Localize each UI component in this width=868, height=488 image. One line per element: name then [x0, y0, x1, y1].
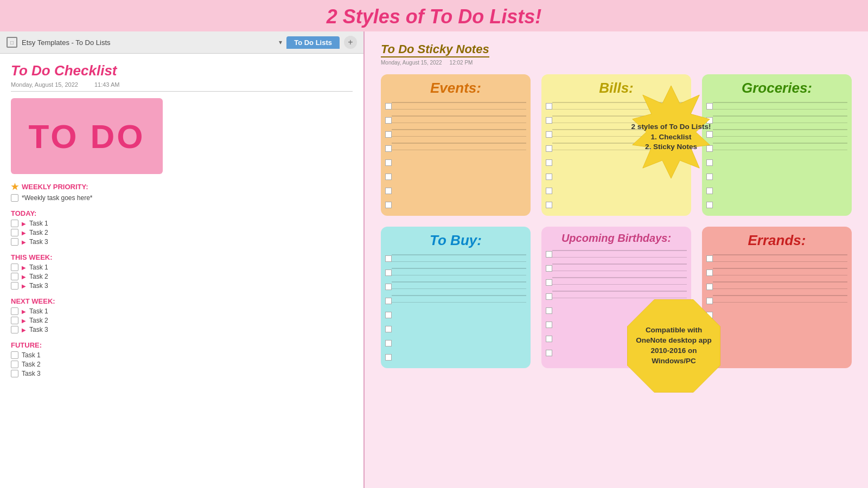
- weekly-task-checkbox[interactable]: [11, 194, 18, 202]
- sticky-note-birthdays-title: Upcoming Birthdays:: [546, 232, 687, 245]
- birthdays-cb-1[interactable]: [546, 251, 552, 258]
- future-task-1-checkbox[interactable]: [11, 351, 18, 359]
- next-week-task-2-checkbox[interactable]: [11, 317, 18, 324]
- today-task-3-text: Task 3: [29, 238, 48, 246]
- events-checkboxes: [385, 100, 392, 210]
- bills-cb-8[interactable]: [546, 202, 552, 208]
- bills-cb-2[interactable]: [546, 117, 552, 124]
- browser-window-title: Etsy Templates - To Do Lists: [22, 38, 275, 47]
- starburst-text: 2 styles of To Do Lists! 1. Checklist 2.…: [621, 111, 722, 164]
- today-task-3: ▶ Task 3: [11, 238, 353, 246]
- bills-cb-5[interactable]: [546, 159, 552, 166]
- birthdays-cb-7[interactable]: [546, 336, 552, 342]
- bills-cb-6[interactable]: [546, 174, 552, 180]
- tobuy-cb-3[interactable]: [385, 284, 392, 290]
- bills-checkboxes: [546, 100, 552, 210]
- top-banner: 2 Styles of To Do Lists!: [0, 0, 868, 31]
- this-week-task-2-text: Task 2: [29, 273, 48, 280]
- tobuy-cb-1[interactable]: [385, 255, 392, 262]
- today-task-3-checkbox[interactable]: [11, 238, 18, 246]
- future-task-3-checkbox[interactable]: [11, 370, 18, 377]
- events-cb-8[interactable]: [385, 202, 392, 208]
- today-task-1-text: Task 1: [29, 220, 48, 227]
- tobuy-cb-6[interactable]: [385, 326, 392, 332]
- bills-cb-4[interactable]: [546, 145, 552, 152]
- today-task-2-checkbox[interactable]: [11, 229, 18, 236]
- future-task-1-text: Task 1: [22, 351, 41, 359]
- arrow-icon: ▶: [22, 309, 26, 314]
- today-task-1: ▶ Task 1: [11, 220, 353, 227]
- next-week-task-3-checkbox[interactable]: [11, 326, 18, 333]
- bills-cb-3[interactable]: [546, 131, 552, 138]
- checklist-date: Monday, August 15, 2022: [11, 81, 78, 88]
- birthdays-cb-6[interactable]: [546, 322, 552, 328]
- this-week-task-2-checkbox[interactable]: [11, 273, 18, 280]
- weekly-priority-header: ★ WEEKLY PRIORITY:: [11, 182, 353, 192]
- this-week-task-2: ▶ Task 2: [11, 273, 353, 280]
- next-week-task-1: ▶ Task 1: [11, 307, 353, 315]
- tobuy-cb-4[interactable]: [385, 298, 392, 304]
- sticky-notes-date: Monday, August 15, 2022 12:02 PM: [381, 60, 852, 66]
- sticky-notes-grid: Events:: [381, 74, 852, 368]
- tobuy-cb-7[interactable]: [385, 340, 392, 346]
- events-cb-7[interactable]: [385, 188, 392, 194]
- next-week-task-3: ▶ Task 3: [11, 326, 353, 333]
- birthdays-cb-8[interactable]: [546, 350, 552, 356]
- today-task-1-checkbox[interactable]: [11, 220, 18, 227]
- add-tab-button[interactable]: +: [344, 36, 357, 49]
- checklist-time: 11:43 AM: [94, 81, 119, 88]
- arrow-icon: ▶: [22, 283, 26, 289]
- this-week-header: THIS WEEK:: [11, 253, 353, 261]
- future-task-3: Task 3: [11, 370, 353, 377]
- events-cb-6[interactable]: [385, 174, 392, 180]
- events-cb-3[interactable]: [385, 131, 392, 138]
- birthdays-cb-5[interactable]: [546, 307, 552, 314]
- sticky-note-errands: Errands:: [702, 227, 852, 368]
- next-week-task-3-text: Task 3: [29, 326, 48, 333]
- tobuy-cb-5[interactable]: [385, 312, 392, 318]
- events-cb-1[interactable]: [385, 103, 392, 110]
- future-section: FUTURE: Task 1 Task 2 Task 3: [11, 341, 353, 377]
- errands-cb-2[interactable]: [706, 269, 713, 276]
- sticky-note-events-title: Events:: [385, 80, 526, 97]
- sticky-date: Monday, August 15, 2022: [381, 60, 442, 66]
- sticky-note-tobuy-title: To Buy:: [385, 232, 526, 249]
- arrow-icon: ▶: [22, 318, 26, 324]
- left-panel: □ Etsy Templates - To Do Lists ▾ To Do L…: [0, 31, 363, 488]
- future-task-1: Task 1: [11, 351, 353, 359]
- this-week-task-1-checkbox[interactable]: [11, 264, 18, 271]
- future-task-2-text: Task 2: [22, 361, 41, 368]
- birthdays-cb-3[interactable]: [546, 279, 552, 286]
- arrow-icon: ▶: [22, 230, 26, 236]
- sticky-note-tobuy: To Buy:: [381, 227, 531, 368]
- future-header: FUTURE:: [11, 341, 353, 349]
- future-task-2-checkbox[interactable]: [11, 361, 18, 368]
- bills-cb-7[interactable]: [546, 188, 552, 194]
- today-task-2: ▶ Task 2: [11, 229, 353, 236]
- sticky-notes-title: To Do Sticky Notes: [381, 42, 489, 57]
- tobuy-cb-8[interactable]: [385, 354, 392, 361]
- birthdays-cb-2[interactable]: [546, 265, 552, 272]
- events-cb-2[interactable]: [385, 117, 392, 124]
- today-header: TODAY:: [11, 209, 353, 217]
- this-week-section: THIS WEEK: ▶ Task 1 ▶ Task 2 ▶ Task 3: [11, 253, 353, 290]
- next-week-task-1-checkbox[interactable]: [11, 307, 18, 315]
- octagon-callout: Compatible with OneNote desktop app 2010…: [625, 297, 723, 395]
- groceries-cb-8[interactable]: [706, 202, 713, 208]
- dropdown-arrow-icon[interactable]: ▾: [279, 38, 282, 46]
- events-cb-5[interactable]: [385, 159, 392, 166]
- checklist-title: To Do Checklist: [11, 62, 353, 79]
- events-cb-4[interactable]: [385, 145, 392, 152]
- birthdays-cb-4[interactable]: [546, 293, 552, 300]
- errands-cb-3[interactable]: [706, 284, 713, 290]
- bills-cb-1[interactable]: [546, 103, 552, 110]
- this-week-task-3: ▶ Task 3: [11, 282, 353, 290]
- errands-cb-1[interactable]: [706, 255, 713, 262]
- todo-hero-text: TO DO: [28, 117, 145, 156]
- arrow-icon: ▶: [22, 327, 26, 333]
- tobuy-cb-2[interactable]: [385, 269, 392, 276]
- next-week-task-2: ▶ Task 2: [11, 317, 353, 324]
- this-week-task-3-checkbox[interactable]: [11, 282, 18, 290]
- active-tab[interactable]: To Do Lists: [286, 36, 340, 49]
- weekly-task-text: *Weekly task goes here*: [22, 194, 93, 202]
